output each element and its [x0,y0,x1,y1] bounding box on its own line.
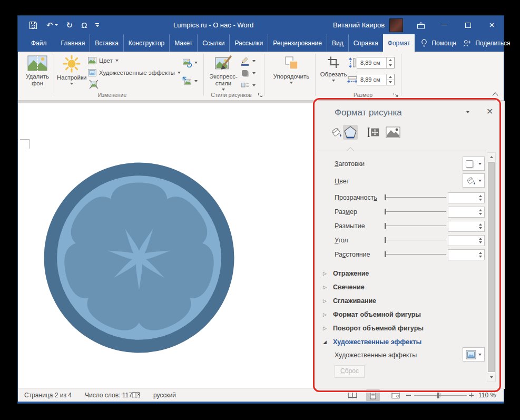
tab-effects-icon[interactable] [343,125,358,140]
tab-Вид[interactable]: Вид [327,34,348,52]
change-picture-button[interactable] [182,58,198,67]
share-button[interactable]: Поделиться [462,34,510,52]
user-account[interactable]: Виталий Каиров [333,16,403,34]
ribbon-display-options-button[interactable] [409,16,433,34]
save-icon[interactable] [28,21,38,30]
corrections-button[interactable]: Настройки [57,54,86,85]
picture-layout-button[interactable] [240,81,256,90]
artistic-effects-dropdown[interactable] [463,347,485,362]
insert-symbol-icon[interactable]: Ω [81,21,87,29]
tab-fill-line-icon[interactable] [329,125,344,140]
language-indicator[interactable]: русский [153,388,176,402]
tab-Рассылки[interactable]: Рассылки [229,34,268,52]
shape-width-input[interactable]: 8,89 см [357,74,395,85]
picture-effects-button[interactable] [240,69,256,78]
redo-icon[interactable]: ↻ [66,21,73,29]
tab-Макет[interactable]: Макет [169,34,197,52]
crop-button[interactable]: Обрезать [320,54,347,82]
collapsed-triangle-icon[interactable]: ▷ [323,285,328,290]
collapsed-triangle-icon[interactable]: ▷ [323,298,328,304]
zoom-level[interactable]: 110 % [478,388,496,402]
zoom-out-icon[interactable] [406,395,411,396]
read-mode-button[interactable] [346,389,359,401]
section-5[interactable]: ▷Поворот объемной фигуры [323,323,424,334]
slider-thumb[interactable] [385,251,386,257]
color-label: Цвет [335,176,349,187]
compress-picture-button[interactable] [89,80,99,89]
slider-input-3[interactable] [448,221,485,232]
zoom-slider[interactable] [414,395,467,396]
slider-4[interactable] [385,235,446,246]
tab-Рецензирование[interactable]: Рецензирование [268,34,327,52]
color-button[interactable]: Цвет [88,56,119,65]
maximize-button[interactable] [456,16,480,34]
tab-Конструктор[interactable]: Конструктор [123,34,169,52]
slider-input-2[interactable] [448,207,485,218]
tab-Главная[interactable]: Главная [56,34,90,52]
arrange-button[interactable]: Упорядочить [269,54,313,84]
customize-qat-icon[interactable] [95,23,99,26]
collapsed-triangle-icon[interactable]: ▷ [323,326,328,331]
reset-button[interactable]: Сброс [335,365,365,378]
tab-layout-properties-icon[interactable] [366,125,380,140]
document-picture[interactable] [39,158,239,358]
slider-thumb[interactable] [385,209,386,214]
slider-input-4[interactable] [448,235,485,246]
slider-input-1[interactable] [448,192,485,203]
word-count[interactable]: Число слов: 117 [85,388,132,402]
shape-height-input[interactable]: 8,89 см [357,57,395,69]
pane-options-dropdown-icon[interactable] [466,111,469,113]
page-indicator[interactable]: Страница 2 из 4 [24,388,72,402]
collapsed-triangle-icon[interactable]: ▷ [323,312,328,317]
minimize-button[interactable] [433,16,456,34]
scroll-up-icon[interactable] [487,153,495,161]
slider-3[interactable] [385,221,446,231]
avatar[interactable] [389,18,403,32]
reset-picture-button[interactable] [182,76,198,86]
print-layout-button[interactable] [366,389,380,401]
proofing-status-icon[interactable] [131,391,141,405]
web-layout-button[interactable] [389,389,403,401]
section-4[interactable]: ▷Формат объемной фигуры [323,309,421,320]
tab-picture-icon[interactable] [386,125,400,140]
collapse-ribbon-icon[interactable] [492,92,498,98]
expanded-triangle-icon[interactable]: ◢ [323,339,328,345]
tab-Вставка[interactable]: Вставка [90,34,123,52]
remove-background-button[interactable]: Удалить фон [23,54,52,87]
artistic-effects-button[interactable]: Художественные эффекты [88,68,181,77]
pane-scrollbar[interactable] [487,152,496,382]
section-6[interactable]: ◢Художественные эффекты [323,336,421,348]
document-area[interactable] [18,101,313,389]
section-2[interactable]: ▷Свечение [323,281,365,293]
zoom-slider-thumb[interactable] [437,392,439,398]
undo-icon[interactable]: ↶ [46,21,58,29]
collapsed-triangle-icon[interactable]: ▷ [323,271,328,276]
tab-Формат[interactable]: Формат [383,34,415,52]
section-1[interactable]: ▷Отражение [323,268,369,279]
close-button[interactable]: × [480,16,504,34]
picture-border-button[interactable] [240,56,256,66]
undo-dropdown-icon[interactable] [55,24,58,26]
tab-Справка[interactable]: Справка [348,34,383,52]
slider-thumb[interactable] [385,223,386,229]
picture-styles-dialog-launcher-icon[interactable] [258,92,263,98]
slider-5[interactable] [385,249,446,260]
tab-Ссылки[interactable]: Ссылки [197,34,229,52]
pane-close-icon[interactable]: ✕ [486,106,493,116]
scrollbar-thumb[interactable] [488,162,495,372]
scroll-down-icon[interactable] [487,373,495,382]
size-dialog-launcher-icon[interactable] [393,92,399,98]
tab-assistant[interactable]: Помощн [415,34,462,52]
slider-2[interactable] [385,207,446,217]
color-dropdown[interactable] [463,173,485,188]
slider-1[interactable] [385,192,446,203]
width-spinner-icon[interactable] [386,74,394,85]
tab-Файл[interactable]: Файл [24,34,54,52]
height-spinner-icon[interactable] [386,57,394,68]
section-3[interactable]: ▷Сглаживание [323,295,376,307]
presets-dropdown[interactable] [463,157,485,171]
quick-styles-button[interactable]: Экспресс-стили [208,54,239,91]
slider-input-5[interactable] [448,249,485,260]
slider-thumb[interactable] [385,237,386,243]
slider-thumb[interactable] [385,194,386,200]
